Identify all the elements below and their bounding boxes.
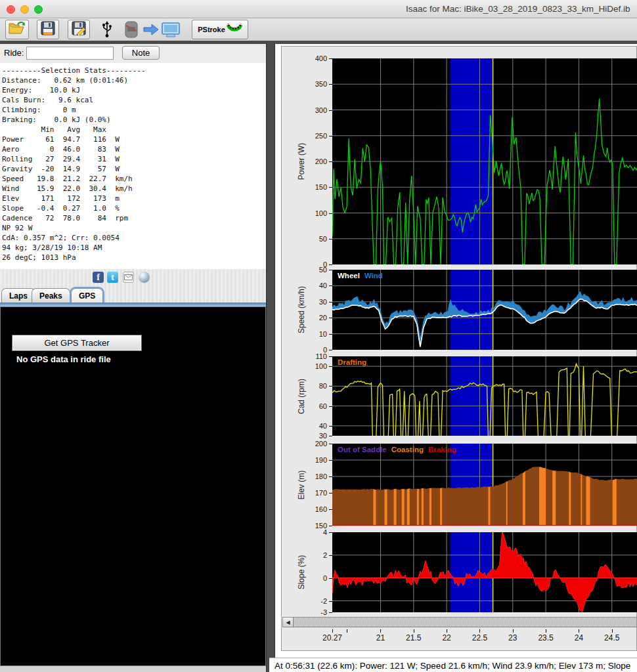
open-folder-icon — [9, 22, 26, 37]
x-tick-mark — [513, 629, 514, 633]
y-tick-label: 30 — [282, 298, 327, 306]
y-tick-label: 200 — [282, 440, 327, 448]
x-tick-mark — [414, 629, 414, 633]
y-tick-label: 190 — [282, 456, 327, 464]
x-tick-label: 22.5 — [472, 633, 487, 642]
horizontal-scrollbar[interactable]: ◀ — [282, 617, 637, 627]
y-tick-label: 250 — [282, 132, 327, 140]
x-tick-mark — [332, 629, 333, 633]
ride-label: Ride: — [4, 48, 24, 58]
tab-peaks-label: Peaks — [39, 291, 62, 301]
x-tick-label: 23.5 — [538, 633, 553, 642]
speed-legend: WheelWind — [338, 272, 387, 280]
twitter-icon[interactable]: t — [107, 272, 118, 283]
y-tick-label: 4 — [282, 528, 327, 536]
y-tick-label: -2 — [282, 597, 327, 605]
tab-peaks[interactable]: Peaks — [32, 288, 70, 303]
tab-laps-label: Laps — [9, 291, 28, 301]
elevation-chart[interactable]: Elev (m)200190180170160150Out of SaddleC… — [282, 444, 636, 526]
y-tick-mark — [329, 436, 332, 436]
y-tick-label: 200 — [282, 158, 327, 165]
facebook-icon[interactable]: f — [93, 272, 104, 283]
gps-message: No GPS data in ride file — [16, 354, 111, 364]
window-title: Isaac for Mac: iBike_03_28_2019_0823_33_… — [406, 4, 630, 14]
x-tick-mark — [546, 629, 546, 633]
y-tick-mark — [329, 350, 332, 350]
zoom-button[interactable] — [34, 5, 43, 14]
y-tick-mark — [329, 612, 332, 613]
email-icon[interactable] — [123, 272, 134, 283]
y-tick-label: 50 — [282, 235, 327, 243]
toolbar: PStroke — [0, 18, 637, 41]
y-tick-label: 2 — [282, 551, 327, 559]
y-tick-label: 30 — [282, 432, 327, 440]
y-tick-label: 350 — [282, 80, 327, 88]
pstroke-button[interactable]: PStroke — [192, 20, 248, 39]
elevation-legend: Out of SaddleCoastingBraking — [338, 446, 461, 453]
close-button[interactable] — [7, 5, 15, 14]
speed-chart[interactable]: Speed (km/h)50403020100WheelWind — [282, 270, 636, 350]
y-tick-label: 50 — [282, 266, 327, 274]
pstroke-label: PStroke — [198, 26, 225, 33]
x-tick-mark — [579, 629, 579, 633]
usb-icon[interactable] — [99, 20, 116, 39]
y-tick-label: 60 — [282, 402, 327, 410]
y-tick-label: 400 — [282, 54, 327, 62]
y-tick-label: 150 — [282, 183, 327, 191]
chart-area[interactable]: ◀ Power (W)400350300250200150100500Speed… — [281, 46, 637, 651]
ride-row: Ride: Note — [0, 44, 266, 63]
slope-axis-label: Slope (%) — [297, 555, 306, 590]
get-gps-tracker-button[interactable]: Get GPS Tracker — [12, 335, 142, 351]
y-tick-label: 160 — [282, 505, 327, 513]
x-tick-mark — [479, 629, 480, 633]
x-tick-mark — [447, 629, 447, 633]
y-tick-label: 100 — [282, 362, 327, 370]
social-row: f t — [0, 269, 266, 287]
legend-item: Drafting — [338, 358, 366, 366]
save-as-button[interactable] — [68, 20, 90, 39]
pedal-stroke-icon — [227, 22, 242, 37]
y-tick-label: 40 — [282, 282, 327, 289]
y-tick-mark — [329, 526, 332, 526]
y-tick-label: 300 — [282, 106, 327, 114]
app-window: Isaac for Mac: iBike_03_28_2019_0823_33_… — [0, 0, 637, 672]
legend-item: Out of Saddle — [338, 446, 387, 453]
tab-gps[interactable]: GPS — [71, 288, 103, 303]
ride-name-input[interactable] — [26, 47, 114, 60]
speed-axis-label: Speed (km/h) — [297, 286, 306, 333]
slope-chart[interactable]: Slope (%)420-2-3 — [282, 532, 636, 612]
save-button[interactable] — [37, 20, 59, 39]
x-tick-label: 24 — [575, 633, 583, 642]
open-file-button[interactable] — [5, 20, 29, 39]
minimize-button[interactable] — [20, 5, 29, 14]
tab-laps[interactable]: Laps — [1, 288, 35, 303]
tab-gps-label: GPS — [79, 291, 95, 301]
bottom-filler — [0, 666, 266, 672]
scroll-left-arrow[interactable]: ◀ — [283, 618, 294, 627]
panel-divider[interactable] — [266, 44, 275, 672]
selection-stats: ---------Selection Stats--------- Distan… — [2, 66, 146, 262]
status-bar: At 0:56:31 (22.6 km): Power: 121 W; Spee… — [269, 658, 637, 672]
x-tick-label: 24.5 — [604, 633, 619, 642]
y-tick-label: 170 — [282, 489, 327, 497]
x-tick-mark — [380, 629, 381, 633]
x-tick-mark — [612, 629, 613, 633]
y-tick-label: 180 — [282, 472, 327, 480]
y-tick-label: 40 — [282, 422, 327, 430]
google-earth-icon[interactable] — [139, 272, 150, 283]
note-button[interactable]: Note — [122, 46, 160, 60]
y-tick-label: 0 — [282, 574, 327, 582]
power-chart[interactable]: Power (W)400350300250200150100500 — [282, 58, 636, 264]
y-tick-label: 10 — [282, 330, 327, 338]
cadence-chart[interactable]: Cad (rpm)11010080604030Drafting — [282, 356, 636, 436]
x-tick-label: 21 — [376, 633, 385, 642]
gps-panel: Get GPS Tracker No GPS data in ride file — [0, 306, 266, 666]
y-tick-label: 80 — [282, 382, 327, 390]
x-tick-label: 22 — [442, 633, 450, 642]
legend-item: Braking — [428, 446, 456, 453]
save-as-icon — [72, 21, 86, 38]
y-tick-label: 20 — [282, 314, 327, 322]
y-tick-label: 110 — [282, 352, 327, 360]
y-tick-mark — [329, 264, 332, 265]
send-to-device-button[interactable] — [121, 20, 184, 39]
